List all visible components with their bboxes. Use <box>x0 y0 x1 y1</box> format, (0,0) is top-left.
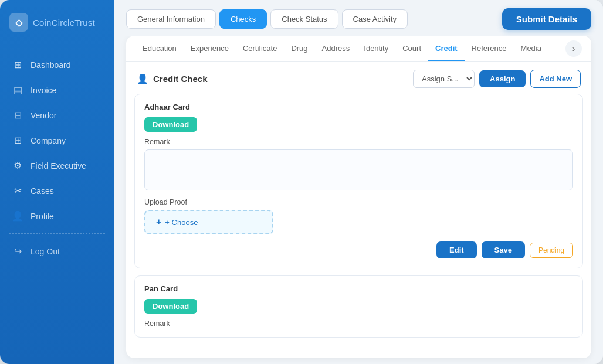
sidebar-item-label: Invoice <box>31 86 56 95</box>
topbar: General Information Checks Check Status … <box>114 0 603 36</box>
content-tabs: Education Experience Certificate Drug Ad… <box>126 36 591 62</box>
credit-check-icon: 👤 <box>137 73 148 84</box>
tab-media[interactable]: Media <box>514 36 548 61</box>
remark-label-2: Remark <box>144 319 573 328</box>
edit-button-1[interactable]: Edit <box>436 241 477 258</box>
logo-text: CoinCircleTrust <box>33 18 95 28</box>
sidebar-item-vendor[interactable]: ⊟ Vendor <box>0 103 114 128</box>
sidebar-item-label: Cases <box>31 186 54 196</box>
section-title: 👤 Credit Check <box>137 73 208 84</box>
save-button-1[interactable]: Save <box>482 241 525 258</box>
sidebar-item-label: Field Executive <box>31 161 86 171</box>
assign-select[interactable]: Assign S... <box>413 70 475 88</box>
sidebar-item-dashboard[interactable]: ⊞ Dashboard <box>0 52 114 77</box>
tab-check-status[interactable]: Check Status <box>270 9 338 29</box>
remark-label-1: Remark <box>144 138 573 146</box>
section-scroll: Adhaar Card Download Remark Upload Proof… <box>126 94 591 358</box>
app-window: ◇ CoinCircleTrust ⊞ Dashboard ▤ Invoice … <box>0 0 603 364</box>
tab-drug[interactable]: Drug <box>284 36 314 61</box>
tab-education[interactable]: Education <box>135 36 184 61</box>
pending-badge-1: Pending <box>530 243 573 258</box>
sidebar-item-cases[interactable]: ✂ Cases <box>0 178 114 203</box>
section-actions: Assign S... Assign Add New <box>413 70 581 88</box>
pan-card-label: Pan Card <box>144 284 573 293</box>
sidebar-item-field-executive[interactable]: ⚙ Field Executive <box>0 153 114 178</box>
tab-reference[interactable]: Reference <box>465 36 514 61</box>
tab-certificate[interactable]: Certificate <box>236 36 284 61</box>
company-icon: ⊞ <box>12 135 23 146</box>
tab-chevron-right[interactable]: › <box>565 40 582 57</box>
tab-experience[interactable]: Experience <box>184 36 236 61</box>
pan-card-block: Pan Card Download Remark <box>134 275 583 338</box>
topbar-tabs: General Information Checks Check Status … <box>126 9 408 29</box>
upload-zone-text: + Choose <box>165 218 198 227</box>
sidebar: ◇ CoinCircleTrust ⊞ Dashboard ▤ Invoice … <box>0 0 114 364</box>
tab-credit[interactable]: Credit <box>428 36 465 61</box>
sidebar-nav: ⊞ Dashboard ▤ Invoice ⊟ Vendor ⊞ Company… <box>0 45 114 364</box>
adhaar-card-block: Adhaar Card Download Remark Upload Proof… <box>134 94 583 268</box>
adhaar-download-button[interactable]: Download <box>144 117 197 132</box>
sidebar-item-company[interactable]: ⊞ Company <box>0 128 114 153</box>
upload-label-1: Upload Proof <box>144 198 573 206</box>
dashboard-icon: ⊞ <box>12 59 23 70</box>
cases-icon: ✂ <box>12 185 23 196</box>
tab-court[interactable]: Court <box>395 36 428 61</box>
add-new-button[interactable]: Add New <box>530 70 581 88</box>
sidebar-item-label: Vendor <box>31 111 56 120</box>
tab-checks[interactable]: Checks <box>219 9 267 29</box>
logo: ◇ CoinCircleTrust <box>0 0 114 45</box>
sidebar-item-profile[interactable]: 👤 Profile <box>0 203 114 229</box>
logo-icon: ◇ <box>9 13 28 32</box>
tab-address[interactable]: Address <box>315 36 357 61</box>
sidebar-divider <box>9 233 105 234</box>
submit-details-button[interactable]: Submit Details <box>502 8 591 30</box>
sidebar-item-invoice[interactable]: ▤ Invoice <box>0 77 114 103</box>
content-card: Education Experience Certificate Drug Ad… <box>126 36 591 358</box>
plus-icon: + <box>156 217 161 227</box>
sidebar-item-label: Profile <box>31 212 54 221</box>
section-title-text: Credit Check <box>153 74 208 84</box>
logout-label: Log Out <box>31 247 60 256</box>
assign-button[interactable]: Assign <box>479 70 526 87</box>
profile-icon: 👤 <box>12 210 23 222</box>
tab-general-information[interactable]: General Information <box>126 9 216 29</box>
adhaar-card-label: Adhaar Card <box>144 103 573 111</box>
invoice-icon: ▤ <box>12 84 23 96</box>
logout-icon: ↪ <box>12 246 23 257</box>
sidebar-item-label: Dashboard <box>31 60 71 70</box>
tab-identity[interactable]: Identity <box>357 36 395 61</box>
sidebar-item-label: Company <box>31 136 66 145</box>
sidebar-item-logout[interactable]: ↪ Log Out <box>0 239 114 264</box>
main-content: General Information Checks Check Status … <box>114 0 603 364</box>
upload-zone-1[interactable]: + + Choose <box>144 210 273 234</box>
section-header: 👤 Credit Check Assign S... Assign Add Ne… <box>126 62 591 94</box>
card1-footer: Edit Save Pending <box>144 241 573 258</box>
tab-case-activity[interactable]: Case Activity <box>342 9 408 29</box>
content-area: Education Experience Certificate Drug Ad… <box>114 36 603 364</box>
pan-download-button[interactable]: Download <box>144 299 197 314</box>
field-executive-icon: ⚙ <box>12 160 23 171</box>
vendor-icon: ⊟ <box>12 110 23 121</box>
remark-textarea-1[interactable] <box>144 149 573 190</box>
